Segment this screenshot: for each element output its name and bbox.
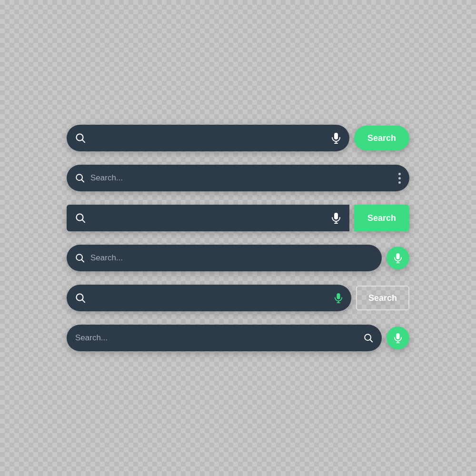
search-bar-2[interactable]: Search... [67, 165, 409, 191]
search-button-3[interactable]: Search [354, 205, 409, 231]
search-row-6: Search... [67, 325, 409, 351]
search-bar-6[interactable]: Search... [67, 325, 382, 351]
search-row-2: Search... [67, 165, 409, 191]
search-button-1[interactable]: Search [354, 126, 409, 150]
mic-icon-1 [331, 132, 341, 144]
mic-icon-3 [331, 212, 341, 224]
mic-button-6[interactable] [387, 327, 409, 349]
search-icon-1 [75, 133, 86, 143]
svg-line-13 [81, 259, 84, 262]
search-row-1: Search [67, 125, 409, 151]
svg-rect-9 [334, 213, 338, 219]
search-icon-2 [75, 173, 85, 183]
svg-line-23 [370, 339, 372, 342]
search-bar-3[interactable] [67, 205, 349, 231]
mic-icon-5 [334, 293, 343, 303]
svg-rect-19 [337, 293, 340, 299]
svg-rect-14 [396, 253, 399, 259]
svg-line-1 [82, 140, 85, 143]
svg-rect-24 [396, 333, 399, 339]
search-row-5: Search [67, 285, 409, 311]
svg-rect-2 [334, 133, 338, 139]
svg-line-8 [82, 220, 85, 223]
svg-line-6 [81, 179, 84, 182]
search-bars-container: Search Search... [67, 110, 409, 366]
search-placeholder-4: Search... [90, 253, 373, 263]
search-icon-3 [75, 213, 86, 223]
search-bar-5[interactable] [67, 285, 351, 311]
search-placeholder-6: Search... [75, 333, 358, 343]
search-row-3: Search [67, 205, 409, 231]
search-bar-4[interactable]: Search... [67, 245, 382, 271]
search-button-5[interactable]: Search [356, 286, 409, 310]
search-bar-1[interactable] [67, 125, 349, 151]
svg-line-18 [82, 300, 85, 303]
search-icon-5 [75, 293, 86, 303]
search-icon-4 [75, 253, 85, 263]
mic-button-4[interactable] [387, 247, 409, 269]
more-options-icon-2[interactable] [398, 173, 401, 184]
search-icon-6 [364, 333, 373, 343]
search-row-4: Search... [67, 245, 409, 271]
search-placeholder-2: Search... [90, 173, 393, 183]
